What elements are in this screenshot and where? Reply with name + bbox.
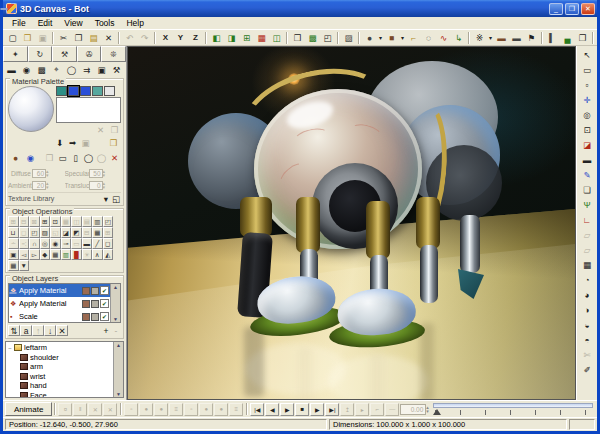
- object-operation-button[interactable]: ▦: [92, 227, 103, 238]
- toolbar-button[interactable]: ↳: [451, 31, 466, 45]
- right-tool-button[interactable]: ✐: [579, 362, 596, 377]
- toolbar-button[interactable]: ▄: [560, 31, 575, 45]
- record-button[interactable]: ●: [139, 403, 153, 416]
- playback-button[interactable]: ▶: [280, 403, 294, 416]
- layer-checkbox[interactable]: ✔: [100, 299, 109, 308]
- record-button[interactable]: ▫: [124, 403, 138, 416]
- object-operation-button[interactable]: ▥: [92, 216, 103, 227]
- right-tool-button[interactable]: ✎: [579, 167, 596, 182]
- toolbar-button[interactable]: ◰: [320, 31, 335, 45]
- panel-tab[interactable]: ⚒: [52, 46, 77, 62]
- object-operation-button[interactable]: ◱: [50, 227, 61, 238]
- right-tool-button[interactable]: ✛: [579, 92, 596, 107]
- panel-tool-button[interactable]: ◉: [19, 63, 34, 77]
- object-operation-button[interactable]: █: [71, 249, 82, 260]
- layer-button[interactable]: ↑: [32, 325, 44, 336]
- layer-swatch-2[interactable]: [91, 287, 99, 295]
- layer-button[interactable]: ✕: [56, 325, 68, 336]
- layer-row[interactable]: ❖ Apply Material ✔: [9, 297, 110, 310]
- object-operation-button[interactable]: ◭: [103, 249, 114, 260]
- toolbar-button[interactable]: ▩: [305, 31, 320, 45]
- object-operation-button[interactable]: ▼: [19, 260, 30, 271]
- tree-scrollbar[interactable]: ▲▼: [113, 342, 123, 397]
- object-operation-button[interactable]: ◩: [71, 227, 82, 238]
- right-tool-button[interactable]: ▫: [579, 77, 596, 92]
- material-swatch[interactable]: [80, 86, 91, 96]
- record-button[interactable]: ▫: [184, 403, 198, 416]
- right-tool-button[interactable]: ◒: [579, 317, 596, 332]
- toolbar-button[interactable]: ✕: [101, 31, 116, 45]
- object-operation-button[interactable]: ⊟: [19, 216, 30, 227]
- toolbar-button[interactable]: ❐: [71, 31, 86, 45]
- toolbar-button[interactable]: ◨: [224, 31, 239, 45]
- right-tool-button[interactable]: ◪: [579, 137, 596, 152]
- toolbar-button[interactable]: ▾: [399, 31, 406, 45]
- keyframe-button[interactable]: ‖: [73, 403, 87, 416]
- record-button[interactable]: ●: [154, 403, 168, 416]
- slider-value[interactable]: 60: [32, 169, 46, 178]
- record-button[interactable]: ≡: [229, 403, 243, 416]
- layer-swatch-1[interactable]: [82, 287, 90, 295]
- material-shape-button[interactable]: ▯: [69, 151, 82, 165]
- toolbar-button[interactable]: ❐: [575, 31, 590, 45]
- toolbar-button[interactable]: ❒: [290, 31, 305, 45]
- material-shape-button[interactable]: ◯: [82, 151, 95, 165]
- tree-item[interactable]: wrist: [6, 372, 113, 382]
- material-list-button[interactable]: ❒: [108, 124, 121, 135]
- layer-checkbox[interactable]: ✔: [100, 312, 109, 321]
- extra-anim-button[interactable]: ⌐: [370, 403, 384, 416]
- panel-tool-button[interactable]: ▩: [34, 63, 49, 77]
- toolbar-button[interactable]: ↷: [137, 31, 152, 45]
- toolbar-button[interactable]: ◫: [269, 31, 284, 45]
- panel-tab[interactable]: ❊: [101, 46, 126, 62]
- toolbar-button[interactable]: ✂: [56, 31, 71, 45]
- material-shape-button[interactable]: ◯: [95, 151, 108, 165]
- material-arrow-button[interactable]: ▣: [79, 136, 92, 150]
- toolbar-button[interactable]: ▍: [545, 31, 560, 45]
- toolbar-button[interactable]: ◙: [596, 31, 597, 45]
- material-list-button[interactable]: ✕: [94, 124, 107, 135]
- object-operation-button[interactable]: ▭: [71, 238, 82, 249]
- material-shape-button[interactable]: ✕: [108, 151, 121, 165]
- layer-checkbox[interactable]: ✔: [100, 286, 109, 295]
- playback-button[interactable]: ▶|: [325, 403, 339, 416]
- right-tool-button[interactable]: ◎: [579, 107, 596, 122]
- right-tool-button[interactable]: ↖: [579, 47, 596, 62]
- toolbar-button[interactable]: X: [158, 31, 173, 45]
- object-operation-button[interactable]: ☀: [82, 249, 93, 260]
- panel-tab[interactable]: ✇: [77, 46, 102, 62]
- object-operation-button[interactable]: ∧: [92, 249, 103, 260]
- object-operation-button[interactable]: ⊡: [50, 216, 61, 227]
- toolbar-button[interactable]: [118, 32, 120, 44]
- material-sphere-button[interactable]: ◉: [23, 151, 38, 165]
- menu-item[interactable]: View: [58, 18, 88, 28]
- toolbar-button[interactable]: ▤: [86, 31, 101, 45]
- toolbar-button[interactable]: ▦: [254, 31, 269, 45]
- right-tool-button[interactable]: ✄: [579, 347, 596, 362]
- object-operation-button[interactable]: ◉: [50, 238, 61, 249]
- tree-item[interactable]: Face: [6, 391, 113, 399]
- object-operation-button[interactable]: ⊠: [29, 216, 40, 227]
- toolbar-button[interactable]: [286, 32, 288, 44]
- tree-item[interactable]: hand: [6, 381, 113, 391]
- slider-spinner[interactable]: ▴▾: [46, 169, 49, 177]
- layer-button[interactable]: a: [20, 325, 32, 336]
- material-preview-sphere[interactable]: [8, 86, 54, 132]
- object-operation-button[interactable]: ⊸: [61, 238, 72, 249]
- keyframe-button[interactable]: ✕: [103, 403, 117, 416]
- layer-swatch-1[interactable]: [82, 313, 90, 321]
- frame-spinner[interactable]: ▴▾: [426, 405, 429, 413]
- panel-tab[interactable]: ✦: [3, 46, 28, 62]
- right-tool-button[interactable]: ◓: [579, 332, 596, 347]
- toolbar-button[interactable]: [468, 32, 470, 44]
- slider-spinner[interactable]: ▴▾: [103, 169, 106, 177]
- material-list[interactable]: [56, 97, 121, 123]
- toolbar-button[interactable]: ⊞: [239, 31, 254, 45]
- material-swatch[interactable]: [56, 86, 67, 96]
- object-operation-button[interactable]: ◰: [103, 216, 114, 227]
- playback-button[interactable]: |◀: [250, 403, 264, 416]
- title-bar[interactable]: 3D Canvas - Bot _ ❐ ✕: [3, 0, 597, 17]
- menu-item[interactable]: Tools: [89, 18, 121, 28]
- toolbar-button[interactable]: [205, 32, 207, 44]
- object-operation-button[interactable]: ⊞: [8, 216, 19, 227]
